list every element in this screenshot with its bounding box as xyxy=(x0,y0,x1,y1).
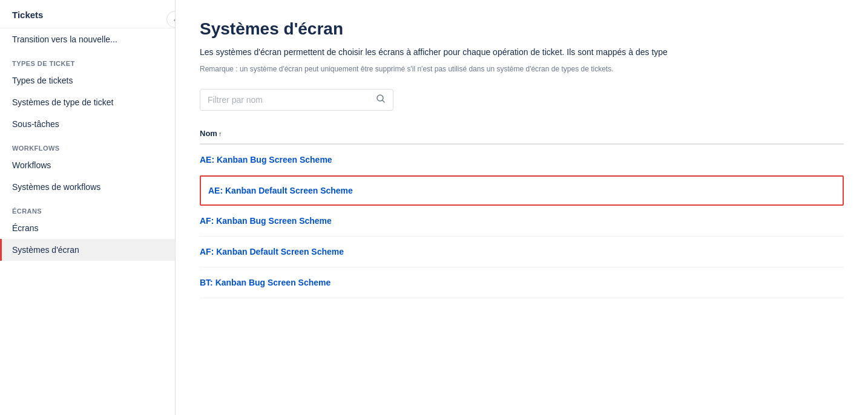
page-note: Remarque : un système d'écran peut uniqu… xyxy=(200,64,844,74)
screen-scheme-link-ae-kanban-bug[interactable]: AE: Kanban Bug Screen Scheme xyxy=(200,155,332,165)
screen-scheme-link-bt-kanban-bug[interactable]: BT: Kanban Bug Screen Scheme xyxy=(200,278,330,287)
main-content: Systèmes d'écran Les systèmes d'écran pe… xyxy=(176,0,868,415)
filter-input-wrapper xyxy=(200,89,393,111)
sidebar-section-types-de-ticket: TYPES DE TICKET xyxy=(0,50,175,70)
sidebar-section-workflows: WORKFLOWS xyxy=(0,135,175,154)
sidebar-item-systemes-type-ticket[interactable]: Systèmes de type de ticket xyxy=(0,91,175,113)
sidebar: ‹ Tickets Transition vers la nouvelle...… xyxy=(0,0,176,415)
sidebar-item-ecrans[interactable]: Écrans xyxy=(0,217,175,239)
screen-scheme-link-af-kanban-default[interactable]: AF: Kanban Default Screen Scheme xyxy=(200,247,344,257)
page-title: Systèmes d'écran xyxy=(200,19,844,39)
screen-scheme-link-ae-kanban-default[interactable]: AE: Kanban Default Screen Scheme xyxy=(208,186,353,195)
list-item: AF: Kanban Bug Screen Scheme xyxy=(200,206,844,237)
screen-scheme-list: AE: Kanban Bug Screen Scheme AE: Kanban … xyxy=(200,145,844,298)
filter-input[interactable] xyxy=(208,95,376,105)
sidebar-item-types-de-tickets[interactable]: Types de tickets xyxy=(0,70,175,91)
sidebar-section-ecrans: ÉCRANS xyxy=(0,198,175,217)
list-item: BT: Kanban Bug Screen Scheme xyxy=(200,267,844,298)
list-item-highlighted: AE: Kanban Default Screen Scheme xyxy=(200,175,844,206)
sidebar-item-systemes-workflows[interactable]: Systèmes de workflows xyxy=(0,176,175,198)
col-name-header: Nom↑ xyxy=(200,129,222,138)
sidebar-top-title: Tickets xyxy=(12,10,43,20)
search-icon xyxy=(376,94,386,106)
sidebar-item-sous-taches[interactable]: Sous-tâches xyxy=(0,113,175,135)
sidebar-item-transition[interactable]: Transition vers la nouvelle... xyxy=(0,28,175,50)
filter-container xyxy=(200,89,844,111)
sidebar-item-workflows[interactable]: Workflows xyxy=(0,154,175,176)
list-item: AE: Kanban Bug Screen Scheme xyxy=(200,145,844,175)
sidebar-item-systemes-ecran[interactable]: Systèmes d'écran xyxy=(0,239,175,261)
table-header: Nom↑ xyxy=(200,128,844,145)
page-description: Les systèmes d'écran permettent de chois… xyxy=(200,46,844,59)
svg-line-1 xyxy=(383,100,385,103)
list-item: AF: Kanban Default Screen Scheme xyxy=(200,237,844,267)
screen-scheme-link-af-kanban-bug[interactable]: AF: Kanban Bug Screen Scheme xyxy=(200,216,332,226)
